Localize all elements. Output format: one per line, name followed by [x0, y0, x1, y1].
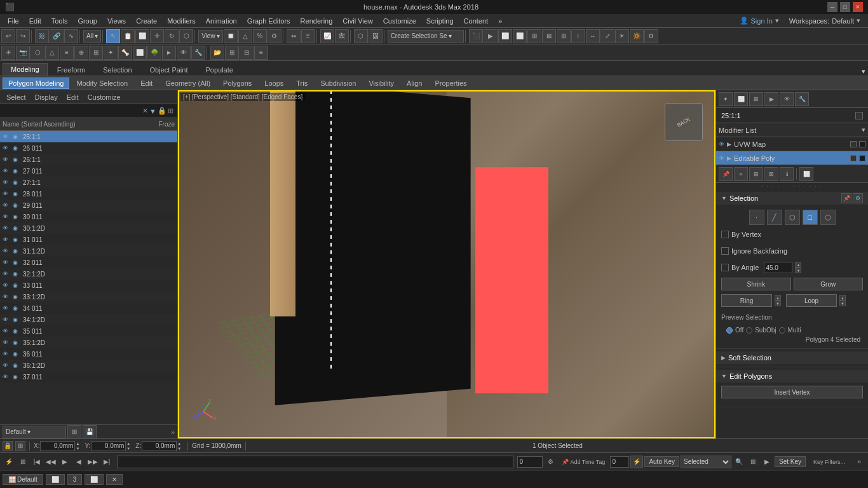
vertex-icon-btn[interactable]: ·	[749, 210, 764, 225]
scene-item-6[interactable]: 👁 ◉ 29 011	[0, 200, 177, 211]
angle-up[interactable]: ▲	[795, 262, 801, 268]
bind-space-warp[interactable]: ∿	[64, 29, 78, 43]
preview-subobj-radio[interactable]	[746, 327, 752, 334]
scene-item-8[interactable]: 👁 ◉ 30:1:2D	[0, 222, 177, 234]
workspace-dropdown-icon[interactable]: ▾	[857, 17, 860, 25]
sub-tab-align[interactable]: Align	[401, 78, 428, 89]
rp-motion-tab[interactable]: ▶	[764, 92, 778, 106]
search-filter-icon[interactable]: ▼	[149, 107, 156, 115]
nav-cube[interactable]: BACK	[665, 103, 703, 141]
section-settings-icon[interactable]: ⚙	[853, 193, 863, 203]
select-and-move-button[interactable]: ✛	[150, 29, 164, 43]
scene-item-21[interactable]: 👁 ◉ 37 011	[0, 371, 177, 383]
snap-angle[interactable]: △	[238, 29, 252, 43]
modifier-uvw-map[interactable]: 👁 ▶ UVW Map	[716, 137, 868, 151]
scene-item-13[interactable]: 👁 ◉ 33 011	[0, 280, 177, 291]
sub-tab-edit[interactable]: Edit	[135, 78, 158, 89]
sub-tab-loops[interactable]: Loops	[259, 78, 289, 89]
x-down[interactable]: ▼	[76, 446, 82, 451]
rp-display-tab[interactable]: 👁	[780, 92, 794, 106]
menu-civil-view[interactable]: Civil View	[337, 16, 377, 26]
search-key-btn[interactable]: 🔍	[733, 456, 745, 468]
pb-next-key[interactable]: ▶▶	[86, 456, 99, 468]
layer-btn-1[interactable]: ⊞	[67, 425, 81, 439]
tab-freeform[interactable]: Freeform	[49, 64, 94, 76]
loop-button[interactable]: Loop	[786, 294, 837, 307]
sub-tab-visibility[interactable]: Visibility	[363, 78, 400, 89]
named-selection-sets[interactable]: ⬛	[469, 29, 483, 43]
ring-button[interactable]: Ring	[721, 294, 772, 307]
scene-explorer-btn[interactable]: ≡	[254, 46, 268, 60]
pb-go-end[interactable]: ▶|	[100, 456, 113, 468]
lighting-button[interactable]: ☀	[1, 46, 15, 60]
scene-item-2[interactable]: 👁 ◉ 26:1:1	[0, 154, 177, 165]
time-config-icon[interactable]: ⚙	[544, 456, 557, 468]
layer-dropdown[interactable]: Auto Key Default▾	[3, 426, 66, 438]
ring-up[interactable]: ▲	[775, 295, 781, 301]
current-frame-input[interactable]	[517, 456, 543, 468]
key-filters-button[interactable]: Key Filters...	[807, 456, 851, 468]
close-button[interactable]: ✕	[853, 2, 863, 12]
schematic-view[interactable]: 🕸	[335, 29, 349, 43]
rp-modify-tab[interactable]: ⬜	[734, 92, 748, 106]
by-vertex-checkbox[interactable]	[721, 231, 729, 238]
panel-expand-arrow[interactable]: »	[171, 428, 175, 436]
element-icon-btn[interactable]: ⬡	[820, 210, 836, 225]
view-dropdown[interactable]: View▾	[198, 30, 223, 43]
select-by-name-button[interactable]: 📋	[121, 29, 135, 43]
sub-tool-extra[interactable]: ⬜	[799, 167, 813, 181]
polygon-icon-btn[interactable]: □	[803, 210, 818, 225]
ignore-backfacing-checkbox[interactable]	[721, 247, 729, 255]
menu-modifiers[interactable]: Modifiers	[162, 16, 201, 26]
undo-button[interactable]: ↩	[1, 29, 15, 43]
scene-item-10[interactable]: 👁 ◉ 31:1:2D	[0, 245, 177, 257]
status-lock-icon[interactable]: 🔒	[3, 441, 13, 451]
systems-button[interactable]: ⊞	[89, 46, 103, 60]
scene-item-5[interactable]: 👁 ◉ 28 011	[0, 188, 177, 200]
scene-display[interactable]: Display	[31, 92, 62, 102]
angle-down[interactable]: ▼	[795, 268, 801, 273]
y-down[interactable]: ▼	[126, 446, 133, 451]
sub-tab-modify-selection[interactable]: Modify Selection	[71, 78, 133, 89]
minimize-button[interactable]: ─	[827, 2, 837, 12]
scene-item-3[interactable]: 👁 ◉ 27 011	[0, 165, 177, 177]
key-mode-toggle[interactable]: ⚡	[3, 456, 15, 468]
align-button[interactable]: ≡	[301, 29, 315, 43]
material-editor[interactable]: ⬡	[354, 29, 368, 43]
taskbar-item-3[interactable]: 3	[67, 474, 83, 485]
snap-spinner[interactable]: ⚙	[268, 29, 281, 43]
menu-file[interactable]: File	[3, 16, 24, 26]
scene-item-4[interactable]: 👁 ◉ 27:1:1	[0, 177, 177, 188]
loop-down[interactable]: ▼	[839, 301, 846, 306]
toolbar-extra-9[interactable]: ⚙	[644, 29, 658, 43]
sub-tab-geometry-all[interactable]: Geometry (All)	[159, 78, 216, 89]
y-input[interactable]	[91, 441, 126, 451]
select-scale-button[interactable]: ⬡	[179, 29, 193, 43]
scene-item-11[interactable]: 👁 ◉ 32 011	[0, 257, 177, 268]
unlink-button[interactable]: 🔗	[50, 29, 64, 43]
scene-item-20[interactable]: 👁 ◉ 36:1:2D	[0, 360, 177, 371]
z-up[interactable]: ▲	[177, 441, 184, 446]
scene-item-0[interactable]: 👁 ◉ 25:1:1	[0, 131, 177, 142]
scene-item-19[interactable]: 👁 ◉ 36 011	[0, 348, 177, 360]
tab-modeling[interactable]: Modeling	[3, 63, 48, 76]
toolbar-extra-3[interactable]: ⊞	[557, 29, 571, 43]
auto-key-button[interactable]: Auto Key	[644, 456, 679, 467]
sub-tool-render[interactable]: ⊞	[749, 167, 763, 181]
timeline-area[interactable]	[117, 456, 513, 468]
scene-states[interactable]: ⊞	[225, 46, 239, 60]
loop-up[interactable]: ▲	[839, 295, 846, 301]
by-angle-input[interactable]	[764, 262, 792, 273]
link-button[interactable]: ⛓	[35, 29, 49, 43]
scene-select[interactable]: Select	[3, 92, 30, 102]
taskbar-item-1[interactable]: 🪟 Default	[3, 474, 43, 485]
curve-editor[interactable]: 📈	[320, 29, 334, 43]
asset-tracking[interactable]: 📂	[210, 46, 224, 60]
border-icon-btn[interactable]: ⬡	[785, 210, 800, 225]
toolbar-extra-1[interactable]: ⊞	[527, 29, 541, 43]
edge-icon-btn[interactable]: ╱	[767, 210, 782, 225]
key-filter-btn[interactable]: ⊞	[747, 456, 759, 468]
menu-views[interactable]: Views	[102, 16, 131, 26]
sub-tab-properties[interactable]: Properties	[429, 78, 472, 89]
search-input[interactable]	[3, 107, 141, 114]
